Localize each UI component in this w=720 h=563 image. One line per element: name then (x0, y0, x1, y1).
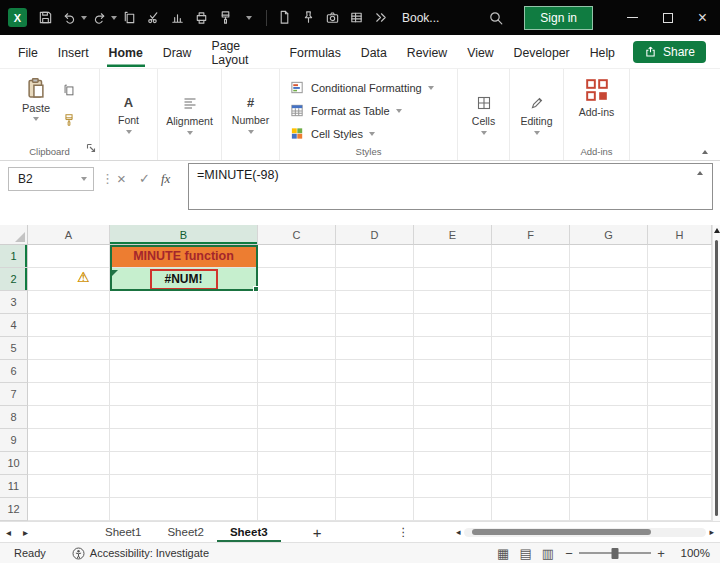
number-group-button[interactable]: # Number (222, 69, 280, 160)
cell-G11[interactable] (570, 475, 648, 498)
row-header-3[interactable]: 3 (0, 291, 28, 314)
menu-tab-review[interactable]: Review (405, 37, 449, 67)
horizontal-scrollbar-track[interactable] (464, 528, 707, 537)
cell-H1[interactable] (648, 245, 712, 268)
cell-F12[interactable] (492, 498, 570, 521)
cell-H4[interactable] (648, 314, 712, 337)
camera-icon[interactable] (320, 5, 344, 31)
cell-F1[interactable] (492, 245, 570, 268)
row-header-8[interactable]: 8 (0, 406, 28, 429)
cell-C4[interactable] (258, 314, 336, 337)
format-painter-small-icon[interactable] (62, 113, 76, 131)
cell-C6[interactable] (258, 360, 336, 383)
collapse-formula-bar-icon[interactable] (697, 171, 703, 175)
copy-icon[interactable] (117, 5, 141, 31)
cell-E3[interactable] (414, 291, 492, 314)
select-all-button[interactable] (0, 225, 28, 245)
cell-C8[interactable] (258, 406, 336, 429)
cell-E7[interactable] (414, 383, 492, 406)
share-button[interactable]: Share (633, 41, 706, 63)
cell-B6[interactable] (110, 360, 258, 383)
table-icon[interactable] (344, 5, 368, 31)
hscroll-right-icon[interactable]: ▸ (709, 527, 714, 537)
cut-icon[interactable] (141, 5, 165, 31)
row-header-4[interactable]: 4 (0, 314, 28, 337)
sign-in-button[interactable]: Sign in (524, 6, 593, 30)
cell-B5[interactable] (110, 337, 258, 360)
error-warning-icon[interactable]: ⚠ (77, 270, 90, 284)
fill-handle[interactable] (253, 286, 259, 292)
column-header-B[interactable]: B (110, 225, 258, 245)
sheet-tab-sheet3[interactable]: Sheet3 (217, 522, 281, 542)
cell-H6[interactable] (648, 360, 712, 383)
cell-C10[interactable] (258, 452, 336, 475)
pin-icon[interactable] (296, 5, 320, 31)
cell-E4[interactable] (414, 314, 492, 337)
cell-H5[interactable] (648, 337, 712, 360)
cell-H2[interactable] (648, 268, 712, 291)
cell-A3[interactable] (28, 291, 110, 314)
cell-B10[interactable] (110, 452, 258, 475)
cell-A12[interactable] (28, 498, 110, 521)
cell-E2[interactable] (414, 268, 492, 291)
cell-F6[interactable] (492, 360, 570, 383)
sheet-tab-sheet2[interactable]: Sheet2 (154, 522, 216, 542)
new-sheet-button[interactable]: + (313, 524, 322, 541)
cell-G5[interactable] (570, 337, 648, 360)
column-header-E[interactable]: E (414, 225, 492, 245)
cell-C5[interactable] (258, 337, 336, 360)
cell-G9[interactable] (570, 429, 648, 452)
cell-B12[interactable] (110, 498, 258, 521)
copy-small-icon[interactable] (62, 83, 76, 101)
editing-group-button[interactable]: Editing (510, 69, 564, 160)
sheet-nav-left-icon[interactable]: ◂ (0, 527, 17, 538)
cell-F8[interactable] (492, 406, 570, 429)
cell-B4[interactable] (110, 314, 258, 337)
column-header-A[interactable]: A (28, 225, 110, 245)
cell-B3[interactable] (110, 291, 258, 314)
maximize-button[interactable] (650, 0, 685, 35)
save-icon[interactable] (33, 5, 57, 31)
hscroll-left-icon[interactable]: ◂ (456, 527, 461, 537)
cell-G7[interactable] (570, 383, 648, 406)
cell-G12[interactable] (570, 498, 648, 521)
undo-button[interactable] (57, 5, 87, 31)
cell-A2[interactable] (28, 268, 110, 291)
cell-A6[interactable] (28, 360, 110, 383)
column-header-F[interactable]: F (492, 225, 570, 245)
cell-H11[interactable] (648, 475, 712, 498)
cell-A1[interactable] (28, 245, 110, 268)
quick-access-chevron-icon[interactable] (237, 5, 261, 31)
format-painter-icon[interactable] (213, 5, 237, 31)
minimize-button[interactable] (615, 0, 650, 35)
cell-B2[interactable]: #NUM! (110, 268, 258, 291)
cell-E11[interactable] (414, 475, 492, 498)
insert-function-icon[interactable]: fx (161, 171, 170, 187)
sheet-nav-right-icon[interactable]: ▸ (17, 527, 34, 538)
cell-F9[interactable] (492, 429, 570, 452)
zoom-out-button[interactable]: − (564, 546, 574, 561)
name-box[interactable]: B2 (8, 167, 94, 191)
row-header-1[interactable]: 1 (0, 245, 28, 268)
cell-E8[interactable] (414, 406, 492, 429)
row-header-11[interactable]: 11 (0, 475, 28, 498)
cell-E6[interactable] (414, 360, 492, 383)
cell-B7[interactable] (110, 383, 258, 406)
cell-C12[interactable] (258, 498, 336, 521)
cell-D2[interactable] (336, 268, 414, 291)
cells-group-button[interactable]: Cells (458, 69, 510, 160)
zoom-level[interactable]: 100% (676, 547, 710, 559)
cell-styles-button[interactable]: Cell Styles (290, 122, 457, 145)
sheet-tab-sheet1[interactable]: Sheet1 (92, 522, 154, 542)
menu-tab-draw[interactable]: Draw (161, 37, 194, 67)
collapse-ribbon-icon[interactable] (702, 150, 708, 154)
row-header-2[interactable]: 2 (0, 268, 28, 291)
cell-G1[interactable] (570, 245, 648, 268)
cell-C2[interactable] (258, 268, 336, 291)
more-commands-icon[interactable] (368, 5, 392, 31)
menu-tab-help[interactable]: Help (588, 37, 617, 67)
cell-F7[interactable] (492, 383, 570, 406)
horizontal-scrollbar[interactable]: ◂ ▸ (456, 527, 714, 537)
row-header-5[interactable]: 5 (0, 337, 28, 360)
cell-E5[interactable] (414, 337, 492, 360)
